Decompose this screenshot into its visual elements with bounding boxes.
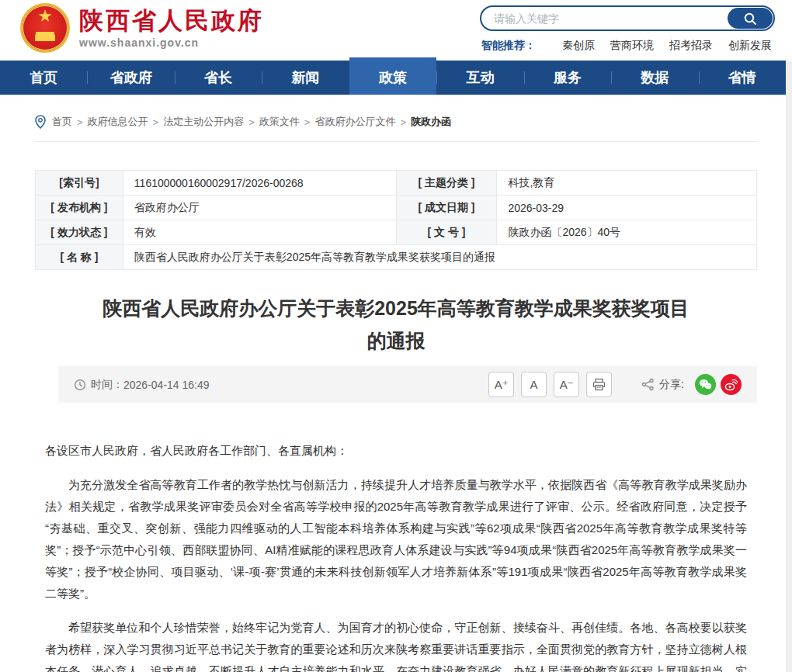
printer-icon [592, 378, 606, 391]
nav-item-interaction[interactable]: 互动 [436, 61, 523, 95]
page-title-line1: 陕西省人民政府办公厅关于表彰2025年高等教育教学成果奖获奖项目 [0, 292, 792, 324]
search-box [480, 5, 775, 31]
recommend-link-qinchuangyuan[interactable]: 秦创原 [562, 39, 595, 51]
breadcrumb-separator: > [304, 116, 311, 128]
article-salutation: 各设区市人民政府，省人民政府各工作部门、各直属机构： [45, 440, 747, 462]
publish-time: 时间： 2026-04-14 16:49 [74, 378, 210, 392]
meta-label-topic-category: [ 主题分类 ] [396, 171, 497, 196]
recommend-link-business-env[interactable]: 营商环境 [610, 39, 654, 51]
table-row: [ 效力状态 ] 有效 [ 文 号 ] 陕政办函〔2026〕40号 [36, 220, 757, 245]
table-row: [索引号] 116100000160002917/2026-00268 [ 主题… [36, 171, 757, 196]
nav-item-governor[interactable]: 省长 [175, 61, 262, 95]
clock-icon [74, 379, 86, 391]
meta-label-validity: [ 效力状态 ] [36, 220, 123, 245]
article-paragraph-2: 希望获奖单位和个人珍惜荣誉，始终牢记为党育人、为国育才的初心使命，守正创新、接续… [45, 617, 747, 672]
print-button[interactable] [586, 372, 612, 397]
share-icon [641, 378, 655, 391]
breadcrumb-separator: > [77, 116, 83, 128]
smart-recommend-row: 智能推荐：秦创原营商环境招考招录创新发展 [481, 39, 772, 53]
wechat-share-icon[interactable] [695, 374, 716, 395]
breadcrumb-separator: > [400, 116, 406, 128]
meta-value-issue-date: 2026-03-29 [497, 196, 757, 220]
table-row: [ 名 称 ] 陕西省人民政府办公厅关于表彰2025年高等教育教学成果奖获奖项目… [36, 245, 757, 270]
meta-label-index-number: [索引号] [36, 171, 123, 196]
article-paragraph-1: 为充分激发全省高等教育工作者的教学热忱与创新活力，持续提升人才培养质量与教学水平… [45, 474, 747, 604]
emblem-gate-icon [35, 34, 55, 41]
search-button[interactable] [728, 8, 773, 29]
breadcrumb: 首页 > 政府信息公开 > 法定主动公开内容 > 政策文件 > 省政府办公厅文件… [35, 95, 757, 142]
font-smaller-button[interactable]: A⁻ [554, 372, 579, 397]
nav-item-policy[interactable]: 政策 [349, 57, 436, 95]
page: ★ 陕西省人民政府 www.shaanxi.gov.cn 智能推荐：秦创原营商 [0, 0, 792, 672]
share-label: 分享: [659, 378, 684, 392]
nav-item-provincial-government[interactable]: 省政府 [87, 61, 174, 95]
meta-value-issuing-agency: 省政府办公厅 [123, 196, 396, 220]
article-toolbar: 时间： 2026-04-14 16:49 A⁺ A A⁻ [58, 366, 757, 403]
breadcrumb-statutory-content[interactable]: 法定主动公开内容 [163, 115, 244, 129]
page-title-line2: 的通报 [0, 324, 792, 357]
meta-value-doc-name: 陕西省人民政府办公厅关于表彰2025年高等教育教学成果奖获奖项目的通报 [123, 245, 756, 270]
weibo-share-icon[interactable] [721, 374, 742, 395]
page-title: 陕西省人民政府办公厅关于表彰2025年高等教育教学成果奖获奖项目 的通报 [0, 292, 792, 357]
site-logo[interactable]: ★ 陕西省人民政府 www.shaanxi.gov.cn [20, 3, 264, 53]
scrollbar-track[interactable] [786, 61, 792, 672]
meta-value-topic-category: 科技,教育 [497, 171, 757, 196]
location-pin-icon [35, 115, 46, 129]
site-url: www.shaanxi.gov.cn [79, 36, 264, 49]
meta-label-doc-number: [ 文 号 ] [396, 220, 497, 245]
site-header: ★ 陕西省人民政府 www.shaanxi.gov.cn 智能推荐：秦创原营商 [0, 0, 786, 61]
nav-item-home[interactable]: 首页 [0, 61, 87, 95]
table-row: [ 发布机构 ] 省政府办公厅 [ 成文日期 ] 2026-03-29 [36, 196, 757, 220]
site-name: 陕西省人民政府 [79, 7, 264, 35]
meta-value-index-number: 116100000160002917/2026-00268 [123, 171, 396, 196]
search-input[interactable] [481, 12, 728, 25]
font-larger-button[interactable]: A⁺ [488, 372, 514, 397]
toolbar-actions: A⁺ A A⁻ 分享: [481, 372, 742, 397]
share-group: 分享: [641, 374, 742, 395]
breadcrumb-current: 陕政办函 [411, 115, 451, 129]
nav-item-news[interactable]: 新闻 [262, 61, 349, 95]
recommend-link-innovation[interactable]: 创新发展 [728, 39, 772, 51]
national-emblem-icon: ★ [20, 3, 70, 53]
site-title-block: 陕西省人民政府 www.shaanxi.gov.cn [79, 7, 264, 49]
breadcrumb-office-documents[interactable]: 省政府办公厅文件 [314, 115, 395, 129]
document-meta-table: [索引号] 116100000160002917/2026-00268 [ 主题… [35, 170, 757, 270]
breadcrumb-separator: > [153, 116, 159, 128]
publish-time-value: 2026-04-14 16:49 [123, 379, 210, 391]
breadcrumb-policy-documents[interactable]: 政策文件 [259, 115, 300, 129]
publish-time-label: 时间： [91, 378, 123, 392]
emblem-star-icon: ★ [23, 7, 68, 26]
meta-label-doc-name: [ 名 称 ] [36, 245, 123, 270]
article-body: 各设区市人民政府，省人民政府各工作部门、各直属机构： 为充分激发全省高等教育工作… [45, 440, 747, 672]
smart-recommend-label: 智能推荐： [481, 39, 536, 51]
meta-label-issue-date: [ 成文日期 ] [396, 196, 497, 220]
meta-label-issuing-agency: [ 发布机构 ] [36, 196, 123, 220]
breadcrumb-home[interactable]: 首页 [52, 115, 72, 129]
breadcrumb-separator: > [248, 116, 255, 128]
search-icon [743, 12, 757, 26]
nav-item-data[interactable]: 数据 [611, 61, 698, 95]
font-normal-button[interactable]: A [521, 372, 547, 397]
breadcrumb-info-disclosure[interactable]: 政府信息公开 [88, 115, 148, 129]
main-nav: 首页 省政府 省长 新闻 政策 互动 服务 数据 省情 [0, 61, 786, 95]
nav-item-province-profile[interactable]: 省情 [699, 61, 786, 95]
meta-value-doc-number: 陕政办函〔2026〕40号 [497, 220, 757, 245]
nav-item-services[interactable]: 服务 [524, 61, 611, 95]
meta-value-validity: 有效 [123, 220, 396, 245]
recommend-link-exam-recruit[interactable]: 招考招录 [669, 39, 713, 51]
